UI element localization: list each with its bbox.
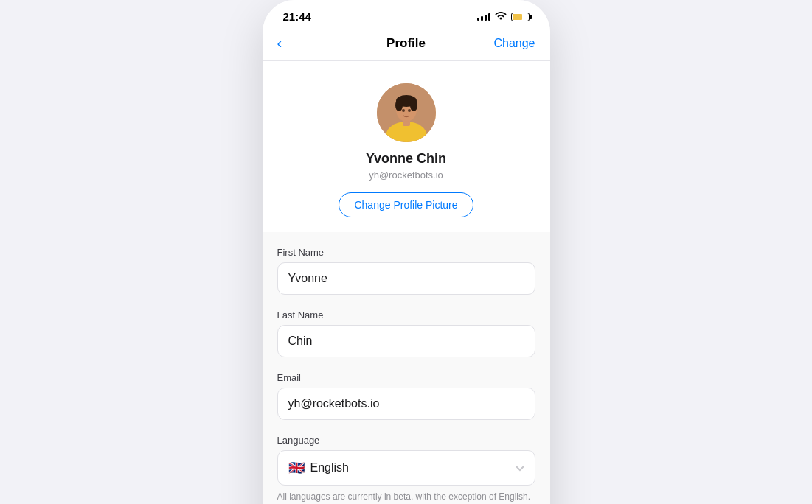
back-button[interactable]: ‹ bbox=[277, 35, 322, 52]
signal-bar-1 bbox=[477, 18, 479, 21]
chevron-down-icon bbox=[516, 462, 524, 474]
svg-point-8 bbox=[408, 109, 411, 112]
email-input[interactable] bbox=[277, 388, 535, 420]
battery-fill bbox=[513, 14, 523, 20]
last-name-label: Last Name bbox=[277, 309, 535, 321]
svg-point-7 bbox=[402, 109, 405, 112]
language-select[interactable]: 🇬🇧 English bbox=[277, 450, 535, 486]
profile-form: First Name Last Name Email Language bbox=[263, 232, 550, 502]
language-value: English bbox=[310, 461, 349, 475]
page-title: Profile bbox=[386, 36, 426, 51]
svg-point-5 bbox=[395, 99, 403, 111]
signal-bar-4 bbox=[488, 13, 490, 21]
language-group: Language 🇬🇧 English All bbox=[277, 435, 535, 502]
signal-bar-3 bbox=[485, 15, 487, 21]
email-group: Email bbox=[277, 372, 535, 420]
first-name-label: First Name bbox=[277, 247, 535, 258]
email-label: Email bbox=[277, 372, 535, 383]
status-time: 21:44 bbox=[283, 10, 311, 23]
user-email: yh@rocketbots.io bbox=[369, 169, 443, 181]
last-name-group: Last Name bbox=[277, 309, 535, 357]
change-profile-picture-button[interactable]: Change Profile Picture bbox=[339, 192, 473, 217]
status-icons bbox=[477, 11, 530, 23]
avatar bbox=[377, 83, 436, 142]
language-dropdown: 🇬🇧 English bbox=[277, 450, 535, 486]
language-note: All languages are currently in beta, wit… bbox=[277, 491, 535, 502]
svg-point-6 bbox=[410, 99, 417, 111]
change-button[interactable]: Change bbox=[491, 37, 535, 50]
battery-icon bbox=[511, 13, 530, 21]
profile-header: Yvonne Chin yh@rocketbots.io Change Prof… bbox=[263, 61, 550, 232]
first-name-input[interactable] bbox=[277, 262, 535, 295]
language-label: Language bbox=[277, 435, 535, 446]
wifi-icon bbox=[495, 11, 507, 23]
language-left: 🇬🇧 English bbox=[288, 460, 349, 476]
nav-bar: ‹ Profile Change bbox=[263, 29, 550, 61]
content-area: Yvonne Chin yh@rocketbots.io Change Prof… bbox=[263, 61, 550, 504]
status-bar: 21:44 bbox=[263, 0, 550, 29]
user-name: Yvonne Chin bbox=[366, 151, 446, 167]
avatar-image bbox=[377, 83, 436, 142]
last-name-input[interactable] bbox=[277, 325, 535, 357]
phone-frame: 21:44 ‹ Profile Change bbox=[263, 0, 550, 504]
flag-icon: 🇬🇧 bbox=[288, 460, 305, 476]
signal-bar-2 bbox=[481, 16, 483, 21]
signal-bars-icon bbox=[477, 13, 490, 21]
first-name-group: First Name bbox=[277, 247, 535, 295]
